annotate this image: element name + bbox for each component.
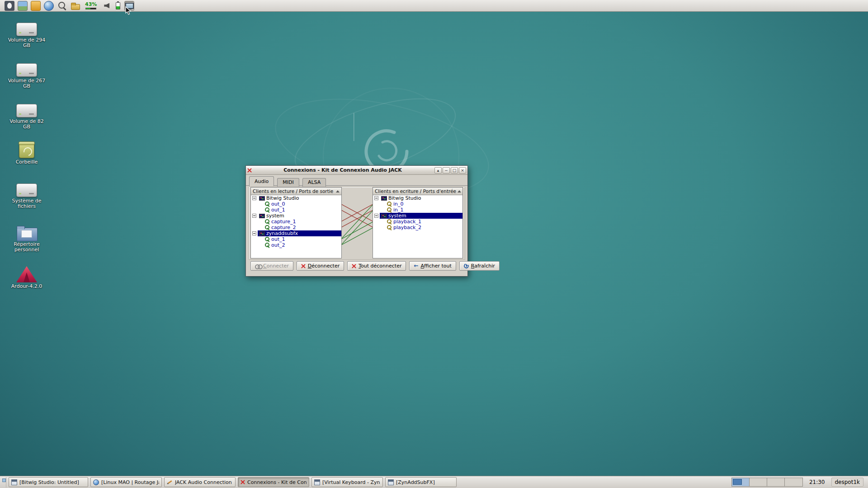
- client-label: Bitwig Studio: [266, 196, 299, 201]
- port-row-capture1[interactable]: capture_1: [251, 219, 341, 225]
- taskbar-handle[interactable]: [1, 477, 6, 488]
- input-ports-panel: Clients en ecriture / Ports d'entrée Bit…: [373, 187, 463, 258]
- disconnect-all-button[interactable]: Tout déconnecter: [347, 261, 406, 271]
- client-icon: [259, 231, 265, 236]
- close-button[interactable]: ×: [459, 167, 466, 174]
- jack-icon: [241, 480, 245, 484]
- tab-bar: Audio MIDI ALSA: [246, 175, 467, 186]
- show-all-button[interactable]: ← Afficher tout: [409, 261, 456, 271]
- client-row-bitwig-in[interactable]: Bitwig Studio: [373, 195, 462, 201]
- port-row-in1[interactable]: in_1: [373, 207, 462, 213]
- desktop-icon-label: Corbeille: [8, 160, 46, 165]
- red-x-icon: [352, 264, 356, 268]
- port-label: in_0: [393, 202, 404, 207]
- search-icon[interactable]: [57, 1, 67, 11]
- port-row-zyn-out1[interactable]: out_1: [251, 236, 341, 242]
- refresh-icon: [463, 263, 469, 269]
- desktop-icon-volume-82[interactable]: Volume de 82 GB: [8, 101, 46, 130]
- port-label: capture_1: [271, 219, 296, 225]
- port-row-out1[interactable]: out_1: [251, 207, 341, 213]
- port-label: playback_2: [393, 225, 421, 230]
- drive-icon: [16, 63, 37, 77]
- desktop-icon-label: Ardour-4.2.0: [8, 284, 46, 289]
- folder-icon[interactable]: [70, 1, 80, 11]
- tab-alsa[interactable]: ALSA: [302, 178, 326, 187]
- task-jack-control[interactable]: JACK Audio Connection ...: [164, 477, 236, 487]
- shade-button[interactable]: ▴: [434, 167, 442, 174]
- client-icon: [259, 214, 265, 218]
- output-ports-header[interactable]: Clients en lecture / Ports de sortie: [251, 188, 341, 195]
- desktop-icon-volume-294[interactable]: Volume de 294 GB: [8, 20, 46, 48]
- client-icon: [259, 196, 265, 201]
- red-x-icon: [301, 264, 306, 268]
- image-viewer-icon[interactable]: [18, 1, 28, 11]
- globe-icon: [93, 479, 99, 485]
- client-row-bitwig[interactable]: Bitwig Studio: [251, 195, 341, 201]
- port-row-out0[interactable]: out_0: [251, 201, 341, 207]
- desktop-icon-volume-267[interactable]: Volume de 267 GB: [8, 61, 46, 89]
- port-row-playback1[interactable]: playback_1: [373, 219, 462, 225]
- titlebar[interactable]: Connexions - Kit de Connexion Audio JACK…: [246, 166, 467, 175]
- window-icon: [11, 479, 17, 485]
- volume-icon[interactable]: [102, 1, 112, 11]
- battery-percent: 43%: [85, 2, 97, 7]
- jack-app-icon: [247, 168, 252, 173]
- connect-button[interactable]: Connecter: [250, 261, 293, 271]
- client-row-system-in[interactable]: system: [373, 213, 462, 219]
- jack-connections-window: Connexions - Kit de Connexion Audio JACK…: [245, 165, 468, 277]
- user-label: despot1k: [831, 478, 864, 487]
- task-virtual-keyboard[interactable]: [Virtual Keyboard - Zyn...: [311, 477, 383, 487]
- collapse-icon[interactable]: [374, 214, 378, 218]
- ardour-icon: [16, 266, 37, 282]
- client-row-system[interactable]: system: [251, 213, 341, 219]
- workspace-1[interactable]: [732, 478, 750, 486]
- audio-port-icon: [387, 219, 392, 224]
- drive-icon: [16, 183, 37, 197]
- port-row-capture2[interactable]: capture_2: [251, 225, 341, 230]
- refresh-button[interactable]: Rafraîchir: [459, 261, 500, 271]
- desktop-icon-label: Volume de 82 GB: [8, 119, 46, 130]
- display-icon[interactable]: [124, 1, 134, 11]
- battery-icon[interactable]: [115, 1, 121, 11]
- collapse-icon[interactable]: [252, 214, 256, 218]
- workspace-3[interactable]: [767, 478, 785, 486]
- workspace-2[interactable]: [750, 478, 767, 486]
- output-ports-panel: Clients en lecture / Ports de sortie Bit…: [250, 187, 342, 258]
- desktop-icon-trash[interactable]: Corbeille: [8, 141, 46, 165]
- task-bitwig[interactable]: [Bitwig Studio: Untitled]: [9, 477, 88, 487]
- collapse-icon[interactable]: [252, 231, 256, 235]
- tab-midi[interactable]: MIDI: [277, 178, 299, 187]
- home-folder-icon: [17, 226, 37, 240]
- input-ports-header-label: Clients en ecriture / Ports d'entrée: [375, 188, 456, 194]
- task-zynaddsubfx[interactable]: [ZynAddSubFX]: [385, 477, 457, 487]
- disconnect-button[interactable]: Déconnecter: [297, 261, 344, 271]
- desktop-icon-home[interactable]: Répertoire personnel: [8, 223, 46, 253]
- port-label: out_2: [271, 243, 285, 248]
- desktop-icon-filesystem[interactable]: Système de fichiers: [8, 181, 46, 209]
- workspace-4[interactable]: [785, 478, 802, 486]
- output-ports-header-label: Clients en lecture / Ports de sortie: [253, 188, 333, 194]
- applications-menu-icon[interactable]: [5, 1, 14, 11]
- web-browser-icon[interactable]: [44, 1, 54, 11]
- window-icon: [314, 479, 320, 485]
- input-ports-header[interactable]: Clients en ecriture / Ports d'entrée: [373, 188, 462, 195]
- collapse-icon[interactable]: [252, 196, 256, 200]
- tab-audio[interactable]: Audio: [249, 176, 274, 186]
- port-row-zyn-out2[interactable]: out_2: [251, 242, 341, 248]
- port-label: capture_2: [271, 225, 296, 230]
- port-row-in0[interactable]: in_0: [373, 201, 462, 207]
- file-manager-icon[interactable]: [31, 1, 41, 11]
- port-row-playback2[interactable]: playback_2: [373, 225, 462, 230]
- workspace-pager: [731, 478, 803, 487]
- desktop-icon-label: Volume de 267 GB: [8, 78, 46, 89]
- task-connections[interactable]: Connexions - Kit de Con...: [238, 477, 309, 487]
- minimize-button[interactable]: −: [443, 167, 450, 174]
- collapse-icon[interactable]: [374, 196, 378, 200]
- show-all-icon: ←: [414, 263, 418, 268]
- drive-icon: [16, 23, 37, 36]
- battery-indicator[interactable]: 43%: [85, 2, 97, 9]
- desktop-icon-ardour[interactable]: Ardour-4.2.0: [8, 264, 46, 289]
- client-row-zynaddsubfx[interactable]: zynaddsubfx: [251, 230, 341, 236]
- maximize-button[interactable]: □: [451, 167, 458, 174]
- task-linuxmao[interactable]: [Linux MAO | Routage Ja...: [90, 477, 162, 487]
